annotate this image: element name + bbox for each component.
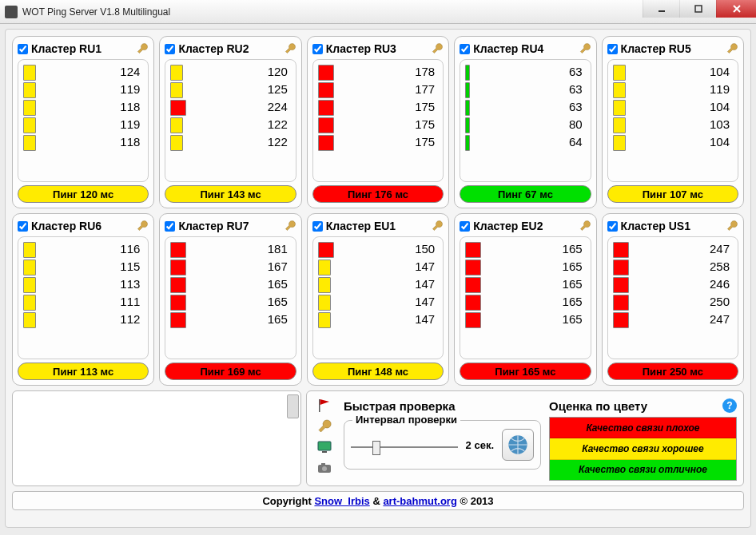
cluster-checkbox[interactable] xyxy=(312,221,323,232)
minimize-button[interactable] xyxy=(643,0,679,18)
ping-bars xyxy=(318,63,334,178)
ping-value: 165 xyxy=(484,311,582,328)
cluster-checkbox[interactable] xyxy=(607,221,618,232)
cluster-header: Кластер RU1 xyxy=(18,40,149,57)
ping-summary: Пинг 143 мс xyxy=(165,185,296,203)
ping-value: 122 xyxy=(189,116,287,133)
cluster-checkbox[interactable] xyxy=(165,221,175,232)
ping-value: 103 xyxy=(632,116,730,133)
ping-bar xyxy=(318,295,331,311)
ping-value: 104 xyxy=(632,98,730,116)
settings-icon[interactable] xyxy=(431,220,444,232)
ping-bar xyxy=(465,82,470,98)
footer-link-author[interactable]: Snow_Irbis xyxy=(314,495,369,507)
legend-box: Качество связи плохое Качество связи хор… xyxy=(549,417,737,481)
ping-body: 178177175175175 xyxy=(312,59,444,182)
log-panel[interactable] xyxy=(12,390,301,486)
settings-icon[interactable] xyxy=(726,220,738,232)
settings-icon[interactable] xyxy=(284,42,296,55)
ping-bar xyxy=(613,260,629,275)
settings-icon[interactable] xyxy=(579,220,591,232)
wrench-icon[interactable] xyxy=(316,418,332,434)
ping-value: 247 xyxy=(632,311,730,328)
ping-value: 224 xyxy=(189,98,287,116)
settings-icon[interactable] xyxy=(284,220,296,232)
monitor-icon[interactable] xyxy=(316,439,332,455)
ping-values: 247258246250247 xyxy=(632,240,733,355)
ping-bar xyxy=(170,295,186,311)
svg-rect-4 xyxy=(318,442,331,450)
ping-bar xyxy=(170,260,186,275)
footer-prefix: Copyright xyxy=(262,495,314,507)
run-button[interactable] xyxy=(502,429,534,461)
ping-bar xyxy=(465,117,470,133)
ping-value: 104 xyxy=(632,133,730,151)
close-button[interactable] xyxy=(716,0,756,18)
ping-bar xyxy=(613,65,626,81)
ping-value: 118 xyxy=(42,133,140,151)
cluster-checkbox[interactable] xyxy=(460,221,470,232)
cluster-header: Кластер RU3 xyxy=(312,40,444,57)
cluster-name: Кластер RU3 xyxy=(326,42,428,55)
ping-values: 116115113111112 xyxy=(42,240,143,355)
ping-body: 120125224122122 xyxy=(165,59,296,182)
cluster-panel: Кластер EU2 165165165165165 Пинг 165 мс xyxy=(454,213,596,386)
cluster-checkbox[interactable] xyxy=(165,44,175,54)
window-title: WOT Ping Server V1.8 Multilingual xyxy=(22,6,170,18)
ping-bars xyxy=(465,63,481,178)
cluster-checkbox[interactable] xyxy=(460,44,470,54)
cluster-checkbox[interactable] xyxy=(607,44,618,54)
ping-value: 63 xyxy=(484,98,582,116)
ping-value: 177 xyxy=(337,81,435,98)
settings-icon[interactable] xyxy=(726,42,738,55)
ping-summary: Пинг 107 мс xyxy=(607,185,738,203)
ping-values: 104119104103104 xyxy=(632,63,733,178)
svg-point-7 xyxy=(322,466,327,471)
ping-bar xyxy=(170,65,183,81)
ping-bar xyxy=(613,277,629,293)
ping-bar xyxy=(318,277,331,293)
camera-icon[interactable] xyxy=(316,460,332,476)
interval-value: 2 сек. xyxy=(466,439,494,451)
settings-icon[interactable] xyxy=(579,42,591,55)
cluster-checkbox[interactable] xyxy=(18,44,28,54)
window-buttons xyxy=(643,0,756,18)
svg-marker-3 xyxy=(320,399,330,405)
help-icon[interactable]: ? xyxy=(722,398,737,413)
scrollbar-thumb[interactable] xyxy=(287,394,299,418)
cluster-checkbox[interactable] xyxy=(18,221,28,232)
ping-value: 165 xyxy=(484,275,582,293)
ping-bar xyxy=(23,277,36,293)
svg-rect-8 xyxy=(321,463,325,466)
svg-rect-1 xyxy=(695,6,702,12)
ping-values: 181167165165165 xyxy=(189,240,290,355)
ping-summary: Пинг 120 мс xyxy=(18,185,149,203)
settings-icon[interactable] xyxy=(136,42,149,55)
ping-bars xyxy=(613,240,629,355)
ping-body: 6363638064 xyxy=(460,59,591,182)
ping-value: 175 xyxy=(337,133,435,151)
ping-value: 165 xyxy=(189,311,287,328)
ping-value: 165 xyxy=(484,258,582,275)
ping-bar xyxy=(318,65,334,81)
cluster-checkbox[interactable] xyxy=(312,44,323,54)
ping-bar xyxy=(465,242,481,258)
interval-slider[interactable] xyxy=(351,439,458,455)
flag-icon[interactable] xyxy=(316,398,332,414)
ping-value: 246 xyxy=(632,275,730,293)
maximize-button[interactable] xyxy=(679,0,716,18)
footer-link-site[interactable]: art-bahmut.org xyxy=(383,495,456,507)
settings-icon[interactable] xyxy=(136,220,149,232)
ping-value: 63 xyxy=(484,63,582,81)
cluster-name: Кластер RU2 xyxy=(178,42,280,55)
ping-bar xyxy=(170,242,186,258)
ping-bar xyxy=(465,277,481,293)
ping-bar xyxy=(170,117,183,133)
ping-bars xyxy=(23,240,39,355)
ping-bar xyxy=(318,82,334,98)
ping-value: 147 xyxy=(337,258,435,275)
ping-value: 165 xyxy=(189,293,287,311)
cluster-name: Кластер RU6 xyxy=(31,220,133,232)
cluster-name: Кластер US1 xyxy=(621,220,722,232)
settings-icon[interactable] xyxy=(431,42,444,55)
